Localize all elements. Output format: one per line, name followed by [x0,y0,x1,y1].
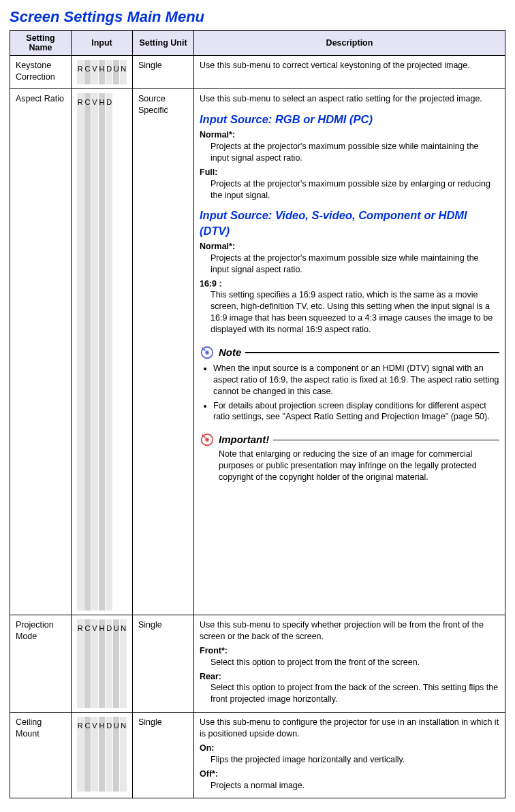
input-chip: D [106,93,113,611]
description-intro: Use this sub-menu to specify whether pro… [200,619,499,643]
option-label: Front*: [200,645,499,657]
input-chip: N [120,619,127,708]
description-intro: Use this sub-menu to configure the proje… [200,717,499,740]
input-chip [120,93,127,611]
option-body: Projects at the projector's maximum poss… [210,178,499,201]
input-chip: D [106,717,113,792]
table-row: Keystone Correction R C V H D U N Single… [10,56,505,89]
input-chip: C [84,60,92,84]
input-chip: D [106,619,113,708]
input-chip: H [99,60,106,84]
important-callout: Important! Note that enlarging or reduci… [200,432,499,483]
input-chip: U [113,717,121,792]
col-header-unit: Setting Unit [133,31,194,56]
note-icon [200,345,215,360]
col-header-desc: Description [194,31,505,56]
note-bullet: When the input source is a component or … [213,363,499,397]
input-chip: V [91,93,99,611]
input-chip: R [77,93,84,611]
svg-point-1 [205,351,209,355]
setting-input: R C V H D U N [72,56,133,89]
input-chip: R [77,619,84,708]
table-row: Ceiling Mount R C V H D U N Single Use t… [10,713,505,798]
option-body: Flips the projected image horizontally a… [210,754,499,766]
input-chip: C [84,717,92,792]
setting-description: Use this sub-menu to correct vertical ke… [194,56,505,89]
setting-unit: Single [133,713,194,798]
input-chip: C [84,619,92,708]
option-label: Rear: [200,671,499,683]
input-chip [113,93,121,611]
input-chip: H [99,93,106,611]
input-chip: H [99,619,106,708]
option-label: Normal*: [200,241,499,253]
table-row: Aspect Ratio R C V H D Source Specific U… [10,89,505,615]
important-title: Important! [219,433,269,446]
input-chip: V [91,619,99,708]
col-header-name: Setting Name [10,31,72,56]
option-body: Select this option to project from the b… [210,682,499,705]
setting-input: R C V H D [72,89,133,615]
setting-unit: Source Specific [133,89,194,615]
setting-unit: Single [133,56,194,89]
source-heading-video: Input Source: Video, S-video, Component … [200,208,499,238]
svg-point-3 [205,438,209,442]
setting-description: Use this sub-menu to select an aspect ra… [194,89,505,615]
setting-description: Use this sub-menu to configure the proje… [194,713,505,798]
note-callout: Note When the input source is a componen… [200,345,499,423]
input-chip: R [77,717,84,792]
option-label: Normal*: [200,129,499,141]
table-row: Projection Mode R C V H D U N Single Use… [10,615,505,713]
option-body: Projects at the projector's maximum poss… [210,253,499,276]
description-intro: Use this sub-menu to select an aspect ra… [200,93,499,105]
option-label: On: [200,743,499,754]
option-label: 16:9 : [200,278,499,290]
input-chip: N [120,717,127,792]
option-body: Projects at the projector's maximum poss… [210,141,499,164]
option-body: Projects a normal image. [210,780,499,792]
input-chip: U [113,619,121,708]
note-bullet: For details about projection screen disp… [213,400,499,423]
important-rule [273,440,499,441]
input-chip: N [120,60,127,84]
input-chip: V [91,60,99,84]
important-icon [200,432,215,447]
setting-name: Ceiling Mount [10,713,72,798]
setting-name: Projection Mode [10,615,72,713]
input-chip: R [77,60,84,84]
input-chip: U [113,60,121,84]
setting-name: Aspect Ratio [10,89,72,615]
page-title: Screen Settings Main Menu [10,8,505,26]
note-title: Note [219,346,241,359]
important-body: Note that enlarging or reducing the size… [219,449,499,483]
setting-unit: Single [133,615,194,713]
input-chip: C [84,93,92,611]
option-label: Off*: [200,768,499,780]
setting-input: R C V H D U N [72,713,133,798]
input-chip: H [99,717,106,792]
setting-input: R C V H D U N [72,615,133,713]
source-heading-rgb: Input Source: RGB or HDMI (PC) [200,112,499,127]
setting-description: Use this sub-menu to specify whether pro… [194,615,505,713]
col-header-input: Input [72,31,133,56]
input-chip: D [106,60,113,84]
note-rule [245,352,499,353]
option-body: Select this option to project from the f… [210,657,499,668]
setting-name: Keystone Correction [10,56,72,89]
settings-table: Setting Name Input Setting Unit Descript… [10,30,505,798]
option-body: This setting specifies a 16:9 aspect rat… [210,289,499,336]
option-label: Full: [200,167,499,178]
input-chip: V [91,717,99,792]
